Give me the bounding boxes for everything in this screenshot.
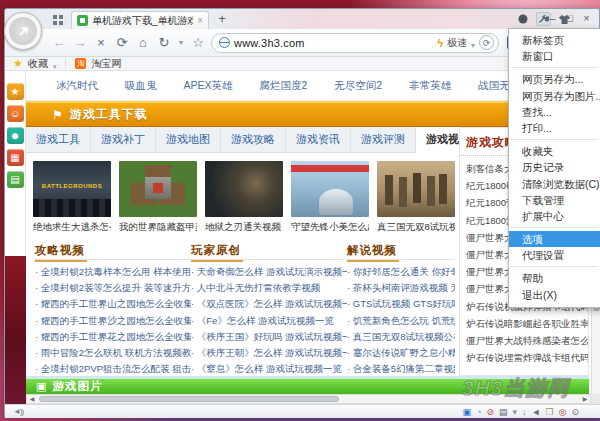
home-icon[interactable]: ⌂: [135, 35, 151, 50]
horizontal-scrollbar[interactable]: ◀ ▶: [26, 394, 591, 404]
video-list-item[interactable]: 耀西的手工世界沙之园地怎么全收集: [35, 313, 191, 329]
top-game-link[interactable]: 腐烂国度2: [260, 79, 308, 93]
video-list-item[interactable]: 合金装备5幻痛第二章视频攻略第7期: [347, 361, 455, 377]
guide-list-item[interactable]: 炉石传说埋雷炸弹战卡组代码 暗影崛: [466, 349, 588, 366]
taobao-bookmark[interactable]: 淘宝网: [91, 57, 121, 71]
tab-game-guides[interactable]: 游戏攻略: [221, 127, 286, 152]
thumb-hellblade[interactable]: 地狱之刃通关视频 地: [205, 161, 283, 234]
thumb-minecraft[interactable]: 我的世界隐藏盔甲架怎: [119, 161, 197, 234]
video-list-item[interactable]: 全境封锁2PVP狙击流怎么配装 狙击流: [35, 361, 191, 377]
more-arrow-icon[interactable]: ▾: [513, 406, 518, 418]
menu-item-download-manager[interactable]: 下载管理: [509, 192, 600, 208]
refresh-icon[interactable]: ⟳: [114, 35, 130, 50]
video-list-item[interactable]: 《Fe》怎么样 游戏试玩视频一览: [191, 313, 347, 329]
menu-item-new-window[interactable]: 新窗口: [509, 48, 600, 64]
menu-item-print[interactable]: 打印...: [509, 120, 600, 136]
mode-caret-icon[interactable]: [471, 34, 475, 52]
video-list-item[interactable]: 茶杯头柯南评游戏视频 无厘头玩家: [347, 280, 455, 296]
browser-logo[interactable]: ➜: [4, 12, 42, 50]
dock-star-icon[interactable]: ★: [7, 83, 24, 100]
video-list-item[interactable]: 耀西的手工世界花之园地怎么全收集: [35, 329, 191, 345]
dock-contact-icon[interactable]: ☻: [7, 127, 24, 144]
video-list-item[interactable]: 人中北斗无伤打雷依教学视频: [191, 280, 347, 296]
video-list-item[interactable]: 全境封锁2抗毒样本怎么用 样本使用: [35, 264, 191, 280]
favorites-label[interactable]: 收藏: [28, 57, 48, 71]
block-icon[interactable]: ⊘: [487, 406, 495, 418]
thumbnail-image[interactable]: BATTLEGROUNDS: [33, 161, 111, 217]
top-game-link[interactable]: APEX英雄: [184, 79, 233, 93]
video-list-item[interactable]: 雨中冒险2怎么联机 联机方法视频教: [35, 345, 191, 361]
video-list-item[interactable]: 真三国无双8试玩视频公布 居然是中: [347, 329, 455, 345]
soft-keyboard-icon[interactable]: ▤: [499, 406, 508, 418]
menu-item-exit[interactable]: 退出(X): [509, 287, 600, 303]
maximize-button[interactable]: □: [561, 11, 578, 26]
menu-item-proxy-settings[interactable]: 代理设置: [509, 247, 600, 263]
thumb-overwatch[interactable]: 守望先锋小美怎么超级跳: [291, 161, 369, 234]
tab-game-maps[interactable]: 游戏地图: [156, 127, 221, 152]
forward-icon[interactable]: →: [72, 35, 88, 50]
tab-game-tools[interactable]: 游戏工具: [26, 127, 91, 152]
taobao-icon[interactable]: 淘: [75, 58, 86, 69]
menu-item-help[interactable]: 帮助: [509, 270, 600, 286]
menu-item-extension-center[interactable]: 扩展中心: [509, 208, 600, 224]
zoom-level-icon[interactable]: ⊙: [571, 406, 579, 418]
sound-icon[interactable]: ◄: [532, 406, 541, 418]
thumbnail-caption[interactable]: 我的世界隐藏盔甲架怎: [119, 221, 197, 234]
new-tab-button[interactable]: +: [215, 11, 229, 26]
menu-item-save-page-as[interactable]: 网页另存为...: [509, 71, 600, 87]
menu-item-options[interactable]: 选项: [509, 231, 600, 247]
tab-list-icon[interactable]: [53, 15, 63, 25]
top-game-link[interactable]: 无尽空间2: [334, 79, 382, 93]
tab-game-reviews[interactable]: 游戏评测: [351, 127, 416, 152]
close-button[interactable]: ×: [578, 11, 595, 26]
video-list-item[interactable]: 耀西的手工世界山之园地怎么全收集: [35, 296, 191, 312]
game-pictures-bar[interactable]: ▣ 游戏图片: [26, 376, 589, 394]
favorites-caret-icon[interactable]: [53, 55, 57, 73]
video-list-item[interactable]: GTS试玩视频 GTS好玩吗: [347, 296, 455, 312]
guide-list-item[interactable]: 僵尸世界大战特殊感染者怎么打 精英: [466, 332, 588, 349]
thumb-dw9[interactable]: 真三国无双8试玩视频: [377, 161, 455, 234]
thumb-pubg[interactable]: BATTLEGROUNDS 绝地求生大逃杀怎么用: [33, 161, 111, 234]
stop-icon[interactable]: ×: [93, 35, 109, 50]
video-list-item[interactable]: 全境封锁2装等怎么提升 装等速升方: [35, 280, 191, 296]
address-bar[interactable]: www.3h3.com ϟ 极速 ⟳: [211, 33, 499, 53]
video-list-item[interactable]: 饥荒新角色怎么玩 饥荒织布工新手教: [347, 313, 455, 329]
video-list-item[interactable]: 《秩序王朝》怎么样 游戏试玩视频一: [191, 345, 347, 361]
download-icon[interactable]: ↓: [522, 406, 527, 418]
speaker-icon[interactable]: ◄)): [13, 407, 23, 416]
thumbnail-caption[interactable]: 真三国无双8试玩视频: [377, 221, 455, 234]
favorite-star-icon[interactable]: ☆: [190, 35, 206, 50]
menu-item-favorites[interactable]: 收藏夹: [509, 143, 600, 159]
video-list-item[interactable]: 《秩序王国》好玩吗 游戏试玩视频一: [191, 329, 347, 345]
minimize-button[interactable]: –: [544, 11, 561, 26]
thumbnail-caption[interactable]: 地狱之刃通关视频 地: [205, 221, 283, 234]
dock-shop-icon[interactable]: ▦: [7, 149, 24, 166]
thumbnail-caption[interactable]: 绝地求生大逃杀怎么用: [33, 221, 111, 234]
thumbnail-image[interactable]: [119, 161, 197, 217]
reload-icon[interactable]: ⟳: [479, 35, 494, 50]
video-list-item[interactable]: 天命奇御怎么样 游戏试玩演示视频一: [191, 264, 347, 280]
history-clock-icon[interactable]: ◎: [559, 406, 567, 418]
page-tool-icon[interactable]: ▣: [463, 406, 472, 418]
menu-item-find[interactable]: 查找...: [509, 104, 600, 120]
video-list-item[interactable]: 你好邻居怎么通关 你好邻居游戏视频: [347, 264, 455, 280]
video-list-item[interactable]: 塞尔达传说旷野之息小精灵怎么获得: [347, 345, 455, 361]
guide-list-item[interactable]: 炉石传说暗影崛起各职业胜率一览 天: [466, 315, 588, 332]
profile-icon[interactable]: [515, 12, 530, 26]
session-restore-icon[interactable]: ↻: [156, 35, 172, 50]
tab-game-patches[interactable]: 游戏补丁: [91, 127, 156, 152]
speed-gauge-icon[interactable]: ◔: [476, 406, 481, 418]
dock-cart-icon[interactable]: ▤: [7, 171, 24, 188]
video-list-item[interactable]: 《双点医院》怎么样 游戏试玩视频一: [191, 296, 347, 312]
url-text[interactable]: www.3h3.com: [234, 37, 305, 49]
top-game-link[interactable]: 冰汽时代: [56, 79, 98, 93]
thumbnail-image[interactable]: [291, 161, 369, 217]
tab-game-news[interactable]: 游戏资讯: [286, 127, 351, 152]
video-list-item[interactable]: 《窒息》怎么样 游戏试玩视频一览: [191, 361, 347, 377]
boss-window-icon[interactable]: ❐: [546, 406, 554, 418]
menu-item-new-tab[interactable]: 新标签页: [509, 32, 600, 48]
hscroll-thumb[interactable]: [39, 396, 339, 402]
thumbnail-image[interactable]: [377, 161, 455, 217]
scroll-left-icon[interactable]: ◀: [27, 395, 37, 403]
top-game-link[interactable]: 非常英雄: [409, 79, 451, 93]
